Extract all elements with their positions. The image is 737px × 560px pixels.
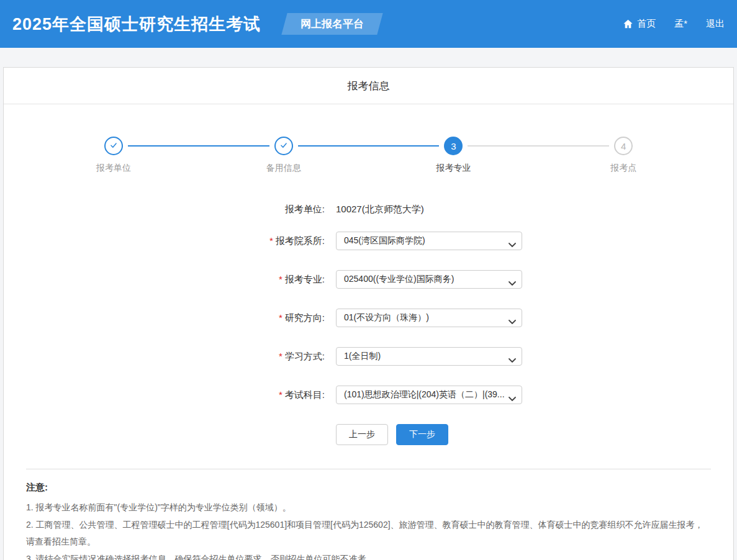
major-select[interactable]: 025400((专业学位)国际商务): [336, 270, 522, 289]
step-1-circle: [104, 137, 123, 155]
form-actions: 上一步 下一步: [336, 424, 733, 445]
step-indicator: 报考单位 备用信息 3 报考专业 4 报考点: [29, 137, 708, 185]
required-mark: *: [279, 274, 283, 284]
step-connector-1-2: [128, 145, 269, 147]
step-4-label: 报考点: [610, 163, 636, 174]
notice-item-2: 2. 工商管理、公共管理、工程管理硕士中的工程管理[代码为125601]和项目管…: [26, 517, 711, 551]
step-connector-2-3: [298, 145, 440, 147]
notice-item-1: 1. 报考专业名称前面有"(专业学位)"字样的为专业学位类别（领域）。: [26, 499, 711, 517]
form-row-study-mode: *学习方式: 1(全日制): [4, 347, 733, 366]
major-select-value: 025400((专业学位)国际商务): [344, 274, 454, 285]
content-card: 报考信息 报考单位 备用信息 3 报考专业 4: [3, 67, 734, 560]
study-mode-select[interactable]: 1(全日制): [336, 347, 522, 366]
app-title: 2025年全国硕士研究生招生考试: [12, 13, 261, 35]
step-connector-3-4: [468, 145, 609, 147]
home-icon: [623, 19, 633, 29]
chevron-down-icon: [509, 278, 516, 289]
application-form: 报考单位: 10027(北京师范大学) *报考院系所: 045(湾区国际商学院)…: [4, 185, 733, 445]
step-3-circle: 3: [444, 137, 463, 155]
research-direction-select[interactable]: 01(不设方向（珠海）): [336, 309, 522, 327]
previous-step-button[interactable]: 上一步: [336, 424, 388, 445]
department-select-value: 045(湾区国际商学院): [344, 235, 425, 246]
study-mode-select-value: 1(全日制): [344, 351, 381, 362]
chevron-down-icon: [509, 355, 516, 366]
chevron-down-icon: [509, 316, 516, 327]
form-row-department: *报考院系所: 045(湾区国际商学院): [4, 232, 733, 250]
step-4-circle: 4: [614, 137, 633, 155]
step-2-circle: [274, 137, 293, 155]
step-1-label: 报考单位: [96, 163, 131, 174]
form-row-exam-subjects: *考试科目: (101)思想政治理论|(204)英语（二）|(39...: [4, 386, 733, 404]
department-label: *报考院系所:: [4, 235, 325, 247]
unit-value: 10027(北京师范大学): [336, 204, 424, 215]
step-exam-site: 4 报考点: [538, 137, 708, 185]
step-2-label: 备用信息: [266, 163, 301, 174]
exam-subjects-select[interactable]: (101)思想政治理论|(204)英语（二）|(39...: [336, 386, 522, 404]
check-icon: [279, 141, 288, 151]
step-3-label: 报考专业: [436, 163, 471, 174]
next-step-button[interactable]: 下一步: [396, 424, 448, 445]
nav-home-label: 首页: [637, 18, 656, 30]
app-header: 2025年全国硕士研究生招生考试 网上报名平台 首页 孟* 退出: [0, 0, 737, 48]
required-mark: *: [269, 235, 273, 246]
step-report-major: 3 报考专业: [369, 137, 539, 185]
exam-subjects-label: *考试科目:: [4, 389, 325, 401]
form-row-major: *报考专业: 025400((专业学位)国际商务): [4, 270, 733, 289]
platform-badge: 网上报名平台: [281, 13, 382, 35]
nav-logout-link[interactable]: 退出: [706, 18, 725, 30]
check-icon: [109, 141, 118, 151]
nav-home-link[interactable]: 首页: [623, 18, 656, 30]
study-mode-label: *学习方式:: [4, 351, 325, 363]
step-report-unit: 报考单位: [29, 137, 199, 185]
notice-divider: [26, 469, 711, 469]
form-row-research-direction: *研究方向: 01(不设方向（珠海）): [4, 309, 733, 327]
step-backup-info: 备用信息: [199, 137, 369, 185]
unit-label: 报考单位:: [4, 204, 325, 215]
form-row-unit: 报考单位: 10027(北京师范大学): [4, 204, 733, 215]
notice-title: 注意:: [26, 482, 711, 494]
header-nav: 首页 孟* 退出: [604, 18, 725, 30]
required-mark: *: [279, 389, 283, 400]
required-mark: *: [279, 351, 283, 361]
page-title: 报考信息: [4, 68, 733, 104]
required-mark: *: [279, 312, 283, 323]
research-direction-label: *研究方向:: [4, 312, 325, 324]
department-select[interactable]: 045(湾区国际商学院): [336, 232, 522, 250]
platform-badge-label: 网上报名平台: [301, 17, 364, 31]
research-direction-select-value: 01(不设方向（珠海）): [344, 312, 429, 323]
notice-section: 注意: 1. 报考专业名称前面有"(专业学位)"字样的为专业学位类别（领域）。 …: [26, 482, 711, 560]
chevron-down-icon: [509, 393, 516, 404]
chevron-down-icon: [509, 239, 516, 250]
exam-subjects-select-value: (101)思想政治理论|(204)英语（二）|(39...: [344, 389, 504, 400]
notice-item-3: 3. 请结合实际情况准确选择报考信息，确保符合招生单位要求，否则招生单位可能不准…: [26, 551, 711, 560]
major-label: *报考专业:: [4, 274, 325, 286]
nav-user-menu[interactable]: 孟*: [674, 18, 687, 30]
